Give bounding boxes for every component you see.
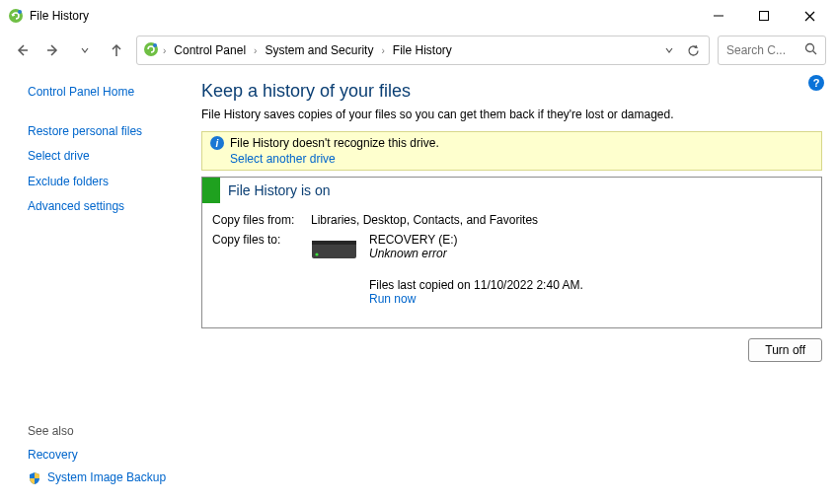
minimize-button[interactable] — [696, 2, 741, 30]
chevron-right-icon[interactable]: › — [163, 45, 166, 56]
warning-banner: i File History doesn't recognize this dr… — [201, 131, 822, 171]
close-button[interactable] — [787, 2, 832, 30]
status-panel: File History is on Copy files from: Libr… — [201, 177, 822, 328]
recent-dropdown[interactable] — [73, 38, 97, 62]
breadcrumb-file-history[interactable]: File History — [389, 41, 456, 59]
svg-rect-14 — [312, 241, 356, 245]
last-copied-text: Files last copied on 11/10/2022 2:40 AM. — [369, 278, 583, 292]
toolbar: › Control Panel › System and Security › … — [0, 32, 836, 69]
address-dropdown-icon[interactable] — [659, 40, 679, 60]
address-bar[interactable]: › Control Panel › System and Security › … — [136, 36, 710, 65]
sidebar-exclude-folders[interactable]: Exclude folders — [28, 175, 193, 190]
window-title: File History — [30, 9, 89, 23]
sidebar-select-drive[interactable]: Select drive — [28, 149, 193, 165]
sidebar: Control Panel Home Restore personal file… — [10, 75, 201, 494]
svg-rect-3 — [760, 12, 769, 21]
search-icon[interactable] — [804, 42, 817, 58]
svg-point-10 — [153, 43, 157, 47]
copy-to-label: Copy files to: — [212, 233, 311, 306]
status-title: File History is on — [228, 182, 330, 198]
copy-from-value: Libraries, Desktop, Contacts, and Favori… — [311, 213, 538, 227]
help-icon[interactable]: ? — [808, 75, 824, 91]
location-icon — [143, 41, 159, 60]
select-another-drive-link[interactable]: Select another drive — [230, 152, 813, 166]
shield-icon — [28, 471, 41, 485]
sidebar-restore-files[interactable]: Restore personal files — [28, 124, 193, 140]
status-indicator — [202, 178, 220, 203]
drive-error: Unknown error — [369, 247, 583, 260]
maximize-button[interactable] — [741, 2, 787, 30]
drive-icon — [311, 235, 357, 263]
drive-name: RECOVERY (E:) — [369, 233, 583, 247]
main-panel: ? Keep a history of your files File Hist… — [201, 75, 826, 494]
sidebar-advanced-settings[interactable]: Advanced settings — [28, 199, 193, 215]
svg-point-11 — [806, 44, 814, 52]
status-header: File History is on — [202, 178, 821, 203]
app-icon — [8, 8, 24, 24]
title-bar: File History — [0, 0, 836, 32]
refresh-icon[interactable] — [683, 40, 703, 60]
see-also-system-image-backup[interactable]: System Image Backup — [47, 470, 166, 486]
svg-point-1 — [18, 10, 22, 14]
breadcrumb-system-security[interactable]: System and Security — [261, 41, 377, 59]
info-icon: i — [210, 136, 224, 150]
warning-text: File History doesn't recognize this driv… — [230, 136, 439, 150]
sidebar-home[interactable]: Control Panel Home — [28, 85, 193, 101]
page-description: File History saves copies of your files … — [201, 108, 822, 121]
copy-from-label: Copy files from: — [212, 213, 311, 227]
see-also-header: See also — [28, 424, 193, 438]
breadcrumb-control-panel[interactable]: Control Panel — [170, 41, 250, 59]
content-area: Control Panel Home Restore personal file… — [0, 69, 836, 504]
turn-off-button[interactable]: Turn off — [748, 338, 822, 362]
svg-point-15 — [315, 252, 318, 255]
search-box[interactable] — [718, 36, 826, 65]
page-title: Keep a history of your files — [201, 81, 822, 102]
chevron-right-icon[interactable]: › — [254, 45, 257, 56]
see-also-recovery[interactable]: Recovery — [28, 448, 78, 464]
back-button[interactable] — [10, 38, 34, 62]
chevron-right-icon[interactable]: › — [381, 45, 384, 56]
up-button[interactable] — [105, 38, 128, 62]
run-now-link[interactable]: Run now — [369, 292, 583, 306]
svg-line-12 — [813, 51, 817, 55]
forward-button[interactable] — [41, 38, 65, 62]
search-input[interactable] — [726, 43, 796, 57]
